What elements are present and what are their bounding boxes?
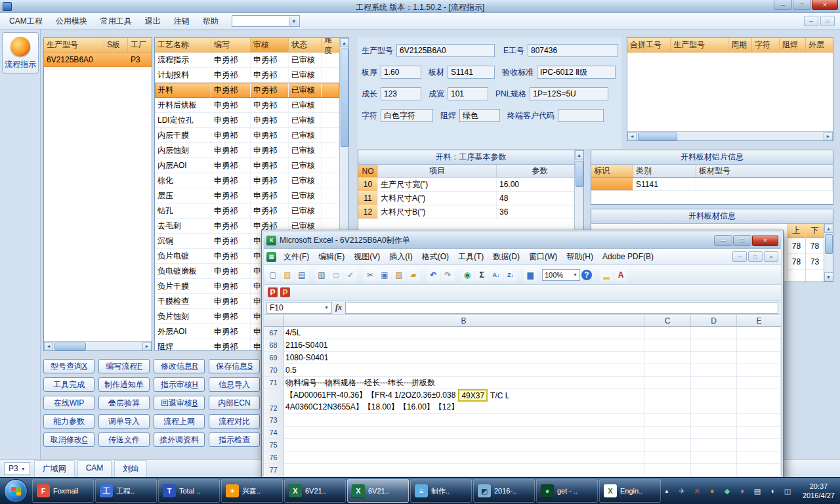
operation-button[interactable]: 调单导入 [98,414,150,429]
cell[interactable] [737,464,781,476]
process-row[interactable]: 内层蚀刻 申勇祁 申勇祁 已审核 [155,143,339,158]
cell[interactable] [644,464,691,476]
excel-minimize-button[interactable] [714,235,732,246]
row-header[interactable]: 76 [264,452,284,463]
menu-item[interactable]: 退出 [138,13,167,30]
cell[interactable] [644,352,691,364]
operation-button[interactable]: 编写流程F [98,359,150,373]
model-field[interactable]: 6V2125B6A0 [396,44,495,57]
cell[interactable] [737,327,781,339]
material-field[interactable]: S1141 [448,66,495,79]
tray-app2-icon[interactable]: ✕ [692,486,702,496]
scrollbar-thumb[interactable] [341,49,348,147]
site-selector[interactable]: P3 [4,462,30,475]
cell[interactable]: 1080-S0401 [284,352,644,364]
process-row[interactable]: 流程指示 申勇祁 申勇祁 已审核 [155,52,339,68]
pnl-field[interactable]: 1P=12S=5U [530,87,608,100]
column-header[interactable]: 状态 [289,38,322,52]
row-header[interactable]: 71 [264,377,284,388]
taskbar-clock[interactable]: 20:37 2016/4/27 [797,482,840,501]
sheet-close-button[interactable]: × [764,251,778,262]
menu-item[interactable]: 公用模块 [49,13,94,30]
font-color-icon[interactable]: A [614,268,627,282]
operation-button[interactable]: 工具完成 [43,377,94,392]
status-tab[interactable]: CAM [77,460,112,478]
excel-menu-item[interactable]: 帮助(H) [562,249,598,264]
width-field[interactable]: 101 [448,87,488,100]
row-header[interactable]: 73 [264,414,284,426]
name-box[interactable]: F10 [266,302,332,314]
cell[interactable] [691,414,737,426]
mdi-restore-button[interactable]: □ [820,16,835,26]
menu-item[interactable]: 帮助 [196,13,225,30]
status-tab[interactable]: 刘灿 [114,460,147,478]
operation-button[interactable]: 流程上网 [154,414,205,429]
tray-app4-icon[interactable]: ◆ [722,486,732,496]
operation-button[interactable]: 能力参数 [43,414,94,429]
scroll-up-icon[interactable] [340,38,349,47]
cell[interactable] [691,452,737,463]
start-button[interactable] [4,479,28,503]
column-header[interactable]: B [284,315,644,326]
row-header[interactable]: 68 [264,339,284,351]
taskbar-app-button[interactable]: ◩ 2016-.. [473,479,535,503]
cell[interactable] [691,389,737,413]
excel-row[interactable]: 75 [264,439,781,452]
process-row[interactable]: 开料后烘板 申勇祁 申勇祁 已审核 [155,98,339,113]
minimize-button[interactable] [774,0,792,10]
excel-menu-item[interactable]: 文件(F) [279,249,314,264]
sheet-minimize-button[interactable]: ─ [732,251,747,262]
scroll-up-icon[interactable] [824,224,833,233]
excel-titlebar[interactable]: X Microsoft Excel - 6V2125B6A0制作单 [264,232,781,249]
spelling-icon[interactable]: ✓ [344,268,357,282]
scrollbar-thumb[interactable] [638,133,677,140]
paste-icon[interactable]: ▧ [392,268,406,282]
cell[interactable] [644,452,691,463]
table-row[interactable]: S1141 [591,178,833,191]
process-row[interactable]: 层压 申勇祁 申勇祁 已审核 [155,188,339,203]
status-tab[interactable]: 广域网 [34,460,75,478]
table-row[interactable]: 6V2125B6A0 P3 [44,52,152,67]
standard-field[interactable]: IPC-6012 Ⅱ级 [537,66,616,79]
taskbar-app-button[interactable]: ≡ 制作.. [410,479,472,503]
column-header[interactable]: C [644,315,691,326]
chevron-down-icon[interactable] [289,16,299,26]
scroll-right-icon[interactable] [824,132,833,141]
tray-app5-icon[interactable]: ♦ [737,486,747,496]
row-header[interactable]: 74 [264,427,284,438]
excel-row[interactable]: 76 [264,452,781,464]
column-header[interactable]: 外层 [806,38,833,52]
row-header[interactable]: 69 [264,352,284,364]
column-header[interactable]: D [691,315,737,326]
help-icon[interactable]: ? [581,270,592,280]
taskbar-app-button[interactable]: ✶ 兴森.. [221,479,283,503]
scroll-left-icon[interactable] [627,132,637,141]
autosum-icon[interactable]: Σ [475,268,488,282]
column-header[interactable]: 工厂 [128,38,152,52]
excel-menu-item[interactable]: 视图(V) [349,249,385,264]
taskbar-app-button[interactable]: T Total .. [158,479,220,503]
row-header[interactable]: 70 [264,364,284,376]
cell[interactable] [691,339,737,351]
operation-button[interactable]: 传送文件 [98,432,150,447]
column-header[interactable]: NO [358,165,378,177]
vertical-scrollbar[interactable] [824,224,833,282]
column-header[interactable]: 难度 [322,38,339,52]
excel-menu-item[interactable]: 插入(I) [385,249,417,264]
formula-input[interactable] [345,302,778,314]
cell[interactable] [691,352,737,364]
taskbar-app-button[interactable]: X 6V21.. [284,479,346,503]
excel-row[interactable]: 69 1080-S0401 [264,352,781,364]
operation-button[interactable]: 信息导入 [209,377,260,392]
cell[interactable] [691,464,737,476]
cell[interactable]: 4/5L [284,327,644,339]
mdi-minimize-button[interactable]: ─ [804,16,818,26]
cell[interactable] [737,427,781,438]
operation-button[interactable]: 指示检查 [209,432,260,447]
column-header[interactable]: 下 [806,224,824,238]
client-code-field[interactable] [558,109,604,122]
column-header[interactable]: 字符 [752,38,780,52]
operation-button[interactable]: 指示审核H [154,377,205,392]
excel-menu-item[interactable]: 编辑(E) [314,249,349,264]
fx-icon[interactable]: fx [335,303,342,312]
